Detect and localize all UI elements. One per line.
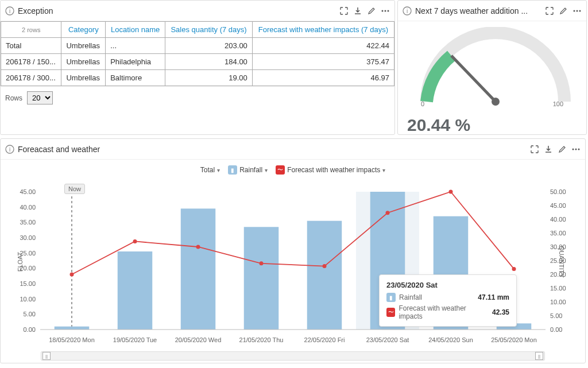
y-right-axis-label: QUANTITY — [558, 246, 565, 278]
more-icon[interactable] — [381, 6, 390, 16]
col-location[interactable]: Location name — [106, 22, 165, 38]
svg-text:35.00: 35.00 — [20, 219, 36, 226]
more-icon[interactable] — [571, 145, 581, 154]
tooltip-forecast-label: Forecast with weather impacts — [399, 304, 489, 320]
svg-text:40.00: 40.00 — [20, 204, 36, 211]
filter-forecast[interactable]: 〜Forecast with weather impacts▾ — [276, 165, 385, 175]
chart-title: Foreacast and weather — [18, 145, 100, 154]
svg-text:19/05/2020 Tue: 19/05/2020 Tue — [113, 336, 157, 343]
svg-rect-40 — [55, 327, 90, 330]
svg-text:0.00: 0.00 — [550, 326, 562, 333]
svg-text:18/05/2020 Mon: 18/05/2020 Mon — [49, 336, 95, 343]
svg-point-7 — [574, 10, 575, 11]
svg-text:15.00: 15.00 — [550, 285, 566, 292]
info-icon[interactable]: i — [403, 6, 412, 16]
svg-text:35.00: 35.00 — [550, 230, 566, 237]
svg-point-48 — [70, 273, 74, 277]
svg-point-8 — [577, 10, 578, 11]
scroll-handle-right[interactable]: || — [535, 352, 543, 360]
exception-title: Exception — [18, 6, 53, 16]
scroll-handle-left[interactable]: || — [42, 352, 51, 360]
filter-rainfall[interactable]: ▮Rainfall▾ — [228, 165, 268, 175]
line-icon: 〜 — [386, 308, 395, 317]
chart-range-scroll[interactable]: || || — [41, 351, 545, 361]
svg-text:i: i — [9, 8, 10, 14]
chevron-down-icon: ▾ — [217, 167, 220, 173]
gauge-chart: 0 100 — [398, 21, 586, 113]
svg-point-54 — [449, 190, 453, 194]
chart-filters: Total▾ ▮Rainfall▾ 〜Forecast with weather… — [1, 160, 585, 178]
table-row[interactable]: 206178 / 300... Umbrellas Baltimore 19.0… — [1, 70, 394, 86]
svg-point-4 — [388, 10, 389, 11]
rows-label: Rows — [5, 94, 22, 102]
svg-point-55 — [512, 267, 516, 271]
download-icon[interactable] — [544, 145, 553, 154]
now-marker: Now — [64, 184, 85, 194]
svg-text:40.00: 40.00 — [550, 216, 566, 223]
more-icon[interactable] — [572, 6, 582, 16]
col-forecast[interactable]: Forecast with weather impacts (7 days) — [252, 22, 394, 38]
svg-text:23/05/2020 Sat: 23/05/2020 Sat — [366, 336, 409, 343]
col-category[interactable]: Category — [61, 22, 106, 38]
svg-text:0.00: 0.00 — [24, 326, 36, 333]
row-count-label: 2 rows — [1, 22, 61, 38]
chevron-down-icon: ▾ — [265, 167, 268, 173]
svg-text:45.00: 45.00 — [550, 202, 566, 209]
expand-icon[interactable] — [545, 6, 554, 16]
chart-area[interactable]: FLOAT QUANTITY Now 0.005.0010.0015.0020.… — [6, 178, 580, 350]
svg-text:24/05/2020 Sun: 24/05/2020 Sun — [428, 336, 473, 343]
svg-point-51 — [260, 261, 264, 265]
svg-text:5.00: 5.00 — [550, 312, 562, 319]
tooltip-rainfall-label: Rainfall — [399, 293, 422, 301]
svg-text:10.00: 10.00 — [550, 299, 566, 305]
exception-table: 2 rows Category Location name Sales quan… — [1, 21, 394, 86]
svg-point-14 — [572, 148, 574, 150]
edit-icon[interactable] — [367, 6, 376, 16]
tooltip-rainfall-value: 47.11 mm — [478, 293, 509, 301]
gauge-min-label: 0 — [421, 100, 424, 107]
gauge-header: i Next 7 days weather addition ... — [398, 1, 586, 21]
edit-icon[interactable] — [559, 6, 568, 16]
info-icon[interactable]: i — [5, 6, 14, 16]
filter-total[interactable]: Total▾ — [200, 166, 220, 174]
col-sales[interactable]: Sales quantity (7 days) — [165, 22, 253, 38]
chart-header: i Foreacast and weather — [1, 139, 585, 160]
tooltip-title: 23/05/2020 Sat — [386, 281, 509, 289]
svg-text:20/05/2020 Wed: 20/05/2020 Wed — [175, 336, 222, 343]
svg-text:21/05/2020 Thu: 21/05/2020 Thu — [239, 336, 284, 343]
svg-rect-43 — [244, 227, 279, 330]
chart-tooltip: 23/05/2020 Sat ▮ Rainfall 47.11 mm 〜 For… — [379, 274, 517, 327]
svg-point-9 — [579, 10, 581, 11]
svg-rect-42 — [181, 208, 216, 330]
svg-point-11 — [492, 98, 500, 106]
svg-point-3 — [385, 10, 386, 11]
tooltip-forecast-value: 42.35 — [492, 308, 509, 316]
table-row[interactable]: Total Umbrellas ... 203.00 422.44 — [1, 38, 394, 54]
svg-point-49 — [133, 239, 137, 243]
svg-text:30.00: 30.00 — [20, 234, 36, 241]
svg-text:10.00: 10.00 — [20, 296, 36, 303]
svg-rect-41 — [118, 251, 153, 330]
svg-point-53 — [386, 211, 390, 215]
svg-text:i: i — [9, 146, 10, 153]
svg-text:15.00: 15.00 — [20, 280, 36, 287]
edit-icon[interactable] — [558, 145, 567, 154]
svg-line-10 — [451, 56, 496, 102]
exception-panel: i Exception 2 rows Category Location nam… — [0, 0, 395, 135]
download-icon[interactable] — [353, 6, 362, 16]
gauge-max-label: 100 — [553, 100, 563, 107]
expand-icon[interactable] — [530, 145, 539, 154]
svg-rect-44 — [307, 221, 342, 330]
rows-select[interactable]: 20 — [27, 91, 53, 104]
bar-icon: ▮ — [228, 165, 237, 175]
info-icon[interactable]: i — [5, 145, 14, 154]
line-icon: 〜 — [276, 165, 285, 175]
table-row[interactable]: 206178 / 150... Umbrellas Philadelphia 1… — [1, 54, 394, 70]
gauge-panel: i Next 7 days weather addition ... 0 100… — [397, 0, 587, 135]
expand-icon[interactable] — [339, 6, 349, 16]
svg-point-16 — [578, 148, 580, 150]
svg-point-15 — [575, 148, 577, 150]
svg-text:i: i — [407, 8, 408, 14]
svg-point-50 — [196, 245, 200, 249]
svg-text:25/05/2020 Mon: 25/05/2020 Mon — [491, 336, 537, 343]
